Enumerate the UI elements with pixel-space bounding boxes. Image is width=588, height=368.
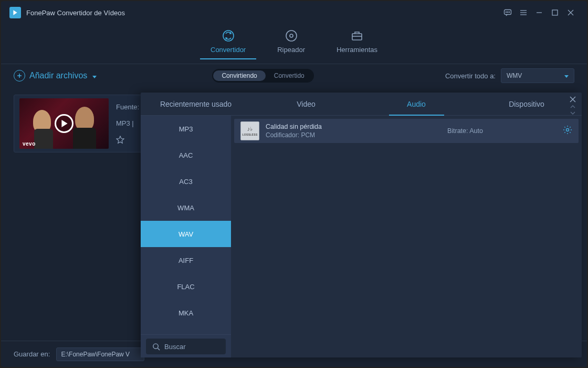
lossless-icon: ♪♭ LOSSLESS <box>240 121 259 140</box>
svg-line-20 <box>158 348 160 350</box>
convert-icon <box>222 29 235 43</box>
maximize-icon[interactable] <box>547 5 563 21</box>
convert-all-value: WMV <box>507 72 522 79</box>
save-path-input[interactable] <box>56 347 144 361</box>
format-item-ac3[interactable]: AC3 <box>141 168 231 195</box>
add-files-label: Añadir archivos <box>29 71 87 80</box>
svg-point-19 <box>153 343 158 348</box>
convert-all-select[interactable]: WMV <box>501 68 574 83</box>
save-path-label: Guardar en: <box>14 350 50 358</box>
minimize-icon[interactable] <box>531 5 547 21</box>
format-item-flac[interactable]: FLAC <box>141 273 231 300</box>
tab-herramientas-label: Herramientas <box>337 46 377 54</box>
svg-point-12 <box>286 30 297 41</box>
search-icon <box>152 343 160 351</box>
app-title: FonePaw Convertidor de Vídeos <box>26 9 125 17</box>
source-label: Fuente: <box>116 103 139 111</box>
panel-tab-recent[interactable]: Recientemente usado <box>141 93 251 115</box>
format-item-mka[interactable]: MKA <box>141 300 231 326</box>
convert-all-label: Convertir todo a: <box>445 72 496 80</box>
svg-point-3 <box>509 12 509 12</box>
tab-convertidor-label: Convertidor <box>211 46 246 54</box>
format-item-mp3[interactable]: MP3 <box>141 116 231 142</box>
toolbox-icon <box>350 29 364 43</box>
preset-lossless[interactable]: ♪♭ LOSSLESS Calidad sin pérdida Codifica… <box>234 119 579 143</box>
close-icon[interactable] <box>563 5 579 21</box>
panel-tab-video[interactable]: Video <box>251 93 361 115</box>
status-segment: Convirtiendo Convertido <box>212 69 313 83</box>
format-item-wma[interactable]: WMA <box>141 195 231 221</box>
chevron-down-icon[interactable] <box>570 110 575 116</box>
format-search-input[interactable]: Buscar <box>146 339 226 354</box>
tab-ripeador-label: Ripeador <box>277 46 305 54</box>
format-item-aac[interactable]: AAC <box>141 142 231 168</box>
preset-title: Calidad sin pérdida <box>266 123 441 130</box>
chevron-up-icon[interactable] <box>570 104 575 109</box>
svg-point-1 <box>506 12 506 12</box>
disc-icon <box>285 29 298 43</box>
tab-convertidor[interactable]: Convertidor <box>211 29 246 59</box>
menu-icon[interactable] <box>516 5 531 21</box>
svg-point-13 <box>290 34 293 37</box>
panel-tab-audio[interactable]: Audio <box>361 93 471 115</box>
play-icon <box>55 114 74 133</box>
feedback-icon[interactable] <box>500 5 516 21</box>
format-item-wav[interactable]: WAV <box>141 221 231 247</box>
star-icon[interactable] <box>116 136 124 144</box>
app-logo <box>9 7 21 18</box>
svg-rect-14 <box>352 34 362 40</box>
preset-encoder: Codificador: PCM <box>266 131 441 139</box>
chevron-down-icon <box>92 71 97 80</box>
tab-herramientas[interactable]: Herramientas <box>337 29 377 59</box>
plus-icon <box>14 70 25 81</box>
add-files-button[interactable]: Añadir archivos <box>14 70 97 81</box>
svg-point-21 <box>566 129 569 131</box>
panel-close-icon[interactable] <box>569 96 576 103</box>
seg-converting[interactable]: Convirtiendo <box>213 70 265 81</box>
preset-settings-button[interactable] <box>563 125 572 137</box>
format-line: MP3 | <box>116 119 134 127</box>
media-thumbnail[interactable]: vevo <box>19 98 109 149</box>
seg-converted[interactable]: Convertido <box>266 70 313 81</box>
format-item-aiff[interactable]: AIFF <box>141 247 231 273</box>
svg-rect-8 <box>552 10 558 15</box>
format-panel: Recientemente usado Video Audio Disposit… <box>141 93 582 357</box>
search-placeholder: Buscar <box>164 343 185 351</box>
tab-ripeador[interactable]: Ripeador <box>277 29 305 59</box>
preset-bitrate: Bitrate: Auto <box>447 127 483 135</box>
svg-point-2 <box>507 12 508 12</box>
vevo-badge: vevo <box>23 141 36 147</box>
panel-tab-device[interactable]: Dispositivo <box>471 93 582 115</box>
chevron-down-icon <box>564 72 569 79</box>
